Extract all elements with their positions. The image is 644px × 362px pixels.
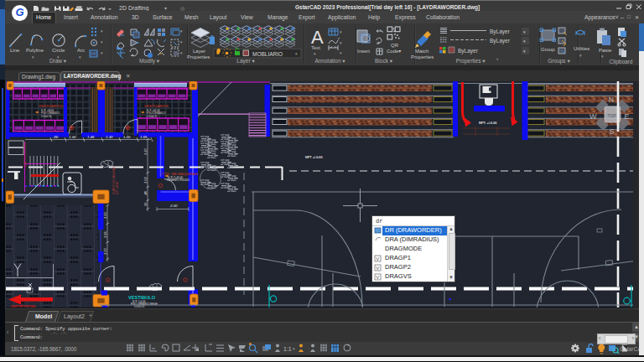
svg-text:1.65: 1.65 [140, 135, 148, 139]
svg-text:▾: ▾ [180, 50, 183, 55]
svg-text:N: N [609, 96, 615, 104]
svg-text:1.90: 1.90 [69, 135, 76, 139]
svg-text:Utilities: Utilities [574, 46, 589, 51]
svg-text:Line: Line [10, 48, 20, 53]
svg-text:Properties: Properties [411, 54, 434, 59]
svg-text:▾: ▾ [293, 346, 295, 351]
svg-text:S: S [610, 127, 615, 136]
svg-text:Arc: Arc [77, 48, 85, 53]
svg-text:▾: ▾ [57, 54, 60, 59]
svg-text:V: V [376, 256, 379, 261]
svg-text:▾: ▾ [101, 39, 103, 44]
svg-text:Group: Group [541, 47, 555, 52]
svg-text:CUARTO ELECTRICO: CUARTO ELECTRICO [23, 142, 27, 168]
svg-text:▾: ▾ [314, 51, 316, 56]
svg-text:ByLayer: ByLayer [490, 28, 511, 35]
svg-text:ByLayer: ByLayer [490, 38, 511, 44]
svg-text:▾: ▾ [579, 53, 582, 58]
svg-text:▾: ▾ [180, 28, 183, 34]
svg-text:ByLayer: ByLayer [458, 48, 479, 54]
svg-text:0.30x0.30: 0.30x0.30 [147, 115, 158, 118]
svg-text:.46: .46 [143, 190, 148, 195]
svg-text:▾: ▾ [32, 54, 34, 59]
svg-text:Paste: Paste [599, 48, 612, 53]
svg-text:Insert: Insert [357, 49, 370, 54]
svg-text:1.30: 1.30 [106, 135, 113, 139]
svg-text:.15: .15 [143, 202, 148, 207]
svg-text:V: V [376, 275, 379, 280]
svg-text:VESTUARIOS: VESTUARIOS [39, 104, 63, 108]
svg-text:1.95: 1.95 [103, 231, 107, 238]
svg-text:Code▾: Code▾ [387, 49, 401, 54]
svg-text:VESTUARIOS: VESTUARIOS [144, 104, 169, 108]
svg-text:1.02: 1.02 [143, 177, 148, 184]
svg-text:Properties: Properties [187, 54, 210, 59]
svg-text:CEMENTO PULIDO: CEMENTO PULIDO [167, 178, 190, 182]
svg-text:Match: Match [415, 49, 428, 54]
svg-text:▾: ▾ [79, 54, 81, 59]
svg-text:N.P. +46.00: N.P. +46.00 [116, 181, 119, 194]
svg-text:▾: ▾ [101, 28, 103, 34]
svg-text:1.50: 1.50 [103, 212, 107, 219]
svg-text:.86: .86 [53, 135, 59, 139]
svg-text:Polyline: Polyline [26, 48, 44, 53]
svg-text:MOBLIARIO: MOBLIARIO [252, 51, 283, 57]
svg-text:▾: ▾ [601, 54, 604, 59]
svg-text:A: A [311, 27, 324, 48]
svg-text:NPT +/-0.00: NPT +/-0.00 [305, 156, 323, 159]
svg-text:▾: ▾ [180, 39, 183, 44]
svg-text:V: V [376, 266, 379, 271]
svg-text:Text: Text [311, 45, 320, 50]
svg-text:TOP: TOP [608, 113, 617, 118]
svg-text:▾: ▾ [340, 40, 342, 45]
svg-text:▾: ▾ [340, 50, 342, 55]
svg-text:Layer: Layer [193, 49, 205, 54]
svg-text:Circle: Circle [52, 48, 65, 53]
svg-text:W: W [589, 112, 597, 121]
svg-text:1.45: 1.45 [87, 135, 95, 139]
svg-text:1.00: 1.00 [123, 135, 131, 139]
svg-text:2.00: 2.00 [169, 204, 178, 208]
svg-text:E: E [625, 112, 630, 121]
svg-text:0.30x0.30: 0.30x0.30 [41, 115, 52, 118]
svg-text:DEPORTISTAS: DEPORTISTAS [11, 304, 36, 308]
svg-text:▾: ▾ [340, 29, 342, 34]
svg-text:3.20: 3.20 [143, 148, 148, 155]
svg-text:QR: QR [391, 43, 399, 48]
svg-text:▾: ▾ [101, 50, 103, 55]
svg-text:1.00: 1.00 [103, 248, 107, 255]
svg-text:NPT: +/-0.00: NPT: +/-0.00 [479, 122, 496, 125]
svg-text:1:1: 1:1 [283, 346, 292, 352]
